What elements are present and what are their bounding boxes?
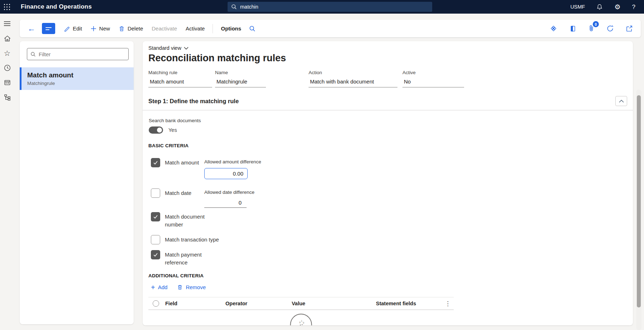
list-item-match-amount[interactable]: Match amount Matchingrule [20,67,134,90]
deactivate-button[interactable]: Deactivate [148,23,181,34]
field-name-value[interactable]: Matchingrule [215,78,266,87]
toolbar-search-icon[interactable] [246,23,258,34]
view-selector[interactable]: Standard view [148,45,189,51]
allowed-amount-difference-input[interactable] [204,168,248,179]
pencil-icon [64,25,70,32]
grid-toolbar: + Add Remove [148,284,627,290]
allowed-date-difference-input[interactable] [204,199,247,208]
grid-options-dots-icon[interactable]: ⋮ [442,300,454,307]
vertical-scrollbar-thumb[interactable] [637,95,641,307]
add-row-button[interactable]: + Add [151,284,167,290]
recent-clock-icon[interactable] [3,64,11,72]
attachments-paperclip-icon[interactable]: 0 [587,24,596,33]
company-selector[interactable]: USMF [570,4,585,10]
basic-criteria-heading: BASIC CRITERIA [148,143,627,148]
criterion-match-transaction-type: Match transaction type [148,235,627,244]
allowed-date-difference-label: Allowed date difference [204,188,254,195]
edit-button[interactable]: Edit [60,23,86,34]
report-book-icon[interactable] [568,24,577,33]
svg-text:0: 0 [299,321,301,324]
power-apps-icon[interactable] [549,24,558,33]
plus-icon: + [151,285,155,290]
list-item-subtitle: Matchingrule [27,81,134,86]
match-transaction-type-label: Match transaction type [165,235,219,244]
global-search-input[interactable] [240,4,429,10]
column-header-field[interactable]: Field [165,301,225,306]
list-item-title: Match amount [27,71,134,79]
home-icon[interactable] [3,34,11,42]
match-transaction-type-checkbox[interactable] [151,235,160,244]
form-view-primary-button[interactable] [42,23,55,34]
list-filter-input[interactable] [39,51,125,57]
match-document-number-checkbox[interactable] [151,212,160,221]
search-bank-documents-toggle[interactable] [149,126,163,134]
help-icon[interactable]: ? [632,4,635,10]
field-action-value[interactable]: Match with bank document [309,78,397,87]
delete-button[interactable]: Delete [115,23,147,34]
back-arrow-button[interactable]: ← [25,24,38,33]
criterion-match-amount: Match amount Allowed amount difference [148,158,627,179]
header-fields-row: Matching rule Match amount Name Matching… [148,70,627,87]
options-menu-button[interactable]: Options [217,23,245,34]
favorites-star-icon[interactable]: ☆ [3,49,11,57]
criterion-match-payment-reference: Match payment reference [148,250,627,267]
app-title: Finance and Operations [21,3,92,10]
modules-hierarchy-icon[interactable] [3,93,11,101]
allowed-amount-difference-label: Allowed amount difference [204,158,261,164]
field-active-value[interactable]: No [402,78,464,87]
view-selector-label: Standard view [148,45,181,51]
grid-empty-state: 0 1 0 [148,313,454,325]
topbar-right-controls: USMF ⚙ ? [570,4,644,10]
chevron-down-icon [184,47,189,50]
trash-icon [177,284,183,290]
search-bank-documents-label: Search bank documents [148,118,627,123]
select-all-radio[interactable] [153,300,159,307]
checkmark-icon [153,252,158,258]
new-button[interactable]: New [87,23,114,34]
checkmark-icon [153,214,158,220]
checkmark-icon [153,160,158,166]
basic-criteria-rows: Match amount Allowed amount difference M… [148,158,627,267]
search-bank-documents-toggle-row: Yes [148,126,627,134]
activate-button[interactable]: Activate [182,23,208,34]
grid-header-row: Field Operator Value Statement fields ⋮ [148,297,454,310]
column-header-statement-fields[interactable]: Statement fields [376,301,442,306]
match-payment-reference-label: Match payment reference [165,250,202,267]
page-title: Reconciliation matching rules [148,53,627,64]
workspace-form-icon[interactable] [3,78,11,86]
step1-section-header: Step 1: Define the matching rule [143,93,633,110]
step1-section-body: Search bank documents Yes BASIC CRITERIA… [148,118,627,325]
trash-icon [119,25,125,32]
left-nav-rail: ☆ [0,14,14,330]
field-name: Name Matchingrule [215,70,309,87]
match-date-checkbox[interactable] [151,188,160,198]
match-amount-checkbox[interactable] [151,158,160,167]
field-action: Action Match with bank document [309,70,402,87]
additional-criteria-heading: ADDITIONAL CRITERIA [148,273,627,278]
toolbar-right-icons: 0 [549,24,635,33]
settings-gear-icon[interactable]: ⚙ [614,4,620,10]
match-payment-reference-checkbox[interactable] [151,250,160,259]
action-bar: ← Edit New Delete Deactivate Activate Op… [20,20,641,37]
remove-row-button[interactable]: Remove [177,284,206,290]
app-launcher-waffle-icon[interactable] [4,4,10,10]
chevron-up-icon [619,100,624,103]
menu-icon[interactable] [3,20,11,28]
notifications-bell-icon[interactable] [596,4,603,10]
global-search-box[interactable] [228,2,432,12]
field-matching-rule: Matching rule Match amount [148,70,215,87]
collapse-section-button[interactable] [615,96,627,106]
column-header-operator[interactable]: Operator [225,301,292,306]
main-content-card: Standard view Reconciliation matching ru… [143,41,633,325]
match-amount-label: Match amount [165,158,201,179]
attachments-count-badge: 0 [593,21,599,27]
refresh-icon[interactable] [605,24,615,33]
list-filter-box[interactable] [27,48,129,60]
record-list-panel: Match amount Matchingrule [20,41,134,324]
match-document-number-label: Match document number [165,212,205,229]
search-icon [231,4,237,10]
open-in-new-window-icon[interactable] [625,24,634,33]
field-matching-rule-value[interactable]: Match amount [148,78,212,87]
column-header-value[interactable]: Value [292,301,376,306]
toggle-value-label: Yes [168,127,177,133]
